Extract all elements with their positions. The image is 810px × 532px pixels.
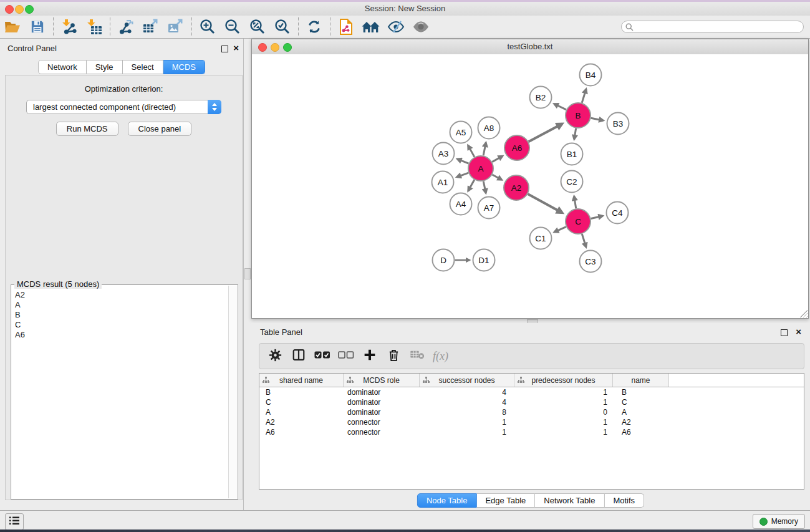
tab-network[interactable]: Network (38, 60, 87, 74)
node-label-B1: B1 (567, 150, 577, 159)
list-item[interactable]: A (12, 300, 228, 310)
edge-A-A1[interactable] (457, 173, 469, 177)
add-column-button[interactable] (358, 345, 382, 367)
table-close-icon[interactable]: × (796, 326, 801, 337)
mcds-result-group: MCDS result (5 nodes) A2ABCA6 (11, 284, 238, 500)
cell-name: A (612, 407, 668, 417)
edge-A-A7[interactable] (483, 181, 486, 193)
column-header-MCDS-role[interactable]: MCDS role (343, 374, 419, 387)
edge-B-B4[interactable] (582, 89, 586, 103)
apply-layout-button[interactable] (302, 17, 327, 37)
optimization-criterion-label: Optimization criterion: (6, 84, 242, 94)
table-tab-motifs[interactable]: Motifs (604, 493, 644, 508)
close-panel-icon[interactable]: × (233, 42, 239, 54)
edge-A-A2[interactable] (492, 175, 501, 180)
cell-successor_nodes: 1 (419, 417, 514, 427)
network-graph[interactable]: B4B2BB3A5A8A6A3AB1A1C2A2A4A7CC4C1DD1C3 (252, 54, 808, 318)
zoom-out-button[interactable] (220, 17, 245, 37)
edge-A2-C[interactable] (528, 194, 562, 213)
edge-B-B1[interactable] (574, 128, 576, 139)
tab-mcds[interactable]: MCDS (163, 60, 205, 74)
export-table-button[interactable] (138, 17, 163, 37)
window-resize-grip[interactable] (800, 310, 808, 317)
edge-A-A5[interactable] (468, 145, 475, 157)
mcds-list-scrollbar[interactable] (228, 286, 237, 498)
cell-name: A6 (612, 427, 668, 437)
column-header-shared-name[interactable]: shared name (259, 374, 343, 387)
edge-A-A4[interactable] (468, 180, 475, 191)
zoom-selected-button[interactable] (270, 17, 295, 37)
table-tab-edge-table[interactable]: Edge Table (476, 493, 535, 508)
table-tab-node-table[interactable]: Node Table (417, 493, 477, 508)
desktop-strip-bottom (0, 530, 810, 532)
split-columns-icon (292, 348, 306, 364)
zoom-fit-button[interactable] (245, 17, 270, 37)
vertical-divider-handle[interactable] (244, 268, 251, 279)
node-label-A3: A3 (438, 149, 449, 158)
list-item[interactable]: B (12, 310, 228, 320)
table-row[interactable]: Bdominator41B (259, 387, 804, 397)
memory-button[interactable]: Memory (753, 514, 805, 529)
import-table-button[interactable] (82, 17, 107, 37)
export-network-button[interactable] (113, 17, 138, 37)
edge-B-B3[interactable] (591, 118, 604, 120)
list-icon (9, 516, 20, 528)
edge-C-C1[interactable] (554, 227, 566, 232)
table-float-icon[interactable] (781, 329, 788, 336)
column-header-successor-nodes[interactable]: successor nodes (419, 374, 514, 387)
zoom-in-button[interactable] (195, 17, 220, 37)
edge-A-A6[interactable] (492, 156, 503, 162)
export-image-button[interactable] (163, 17, 188, 37)
deselect-all-button[interactable] (334, 345, 358, 367)
edge-A-A8[interactable] (483, 143, 486, 156)
toolbar-separator (330, 17, 330, 36)
edge-B-B2[interactable] (554, 104, 566, 109)
close-panel-button[interactable]: Close panel (128, 122, 192, 136)
tab-style[interactable]: Style (87, 60, 123, 74)
list-item[interactable]: A2 (12, 290, 228, 300)
table-tab-network-table[interactable]: Network Table (535, 493, 604, 508)
open-session-button[interactable] (0, 17, 25, 37)
list-item[interactable]: C (12, 320, 228, 330)
run-mcds-button[interactable]: Run MCDS (56, 122, 118, 136)
node-label-C3: C3 (585, 257, 595, 266)
column-header-name[interactable]: name (612, 374, 668, 387)
save-session-button[interactable] (25, 17, 50, 37)
cell-shared_name: A6 (259, 427, 343, 437)
tab-select[interactable]: Select (123, 60, 163, 74)
cell-successor_nodes: 4 (419, 387, 514, 397)
hide-graphics-button[interactable] (383, 17, 408, 37)
status-bar: Memory (0, 510, 810, 530)
command-list-button[interactable] (5, 513, 24, 530)
function-builder-button[interactable]: f(x) (433, 350, 448, 363)
memory-status-icon (759, 518, 768, 526)
table-row[interactable]: A2connector11A2 (259, 417, 804, 427)
optimization-dropdown[interactable]: largest connected component (directed) (26, 100, 221, 114)
edge-C-C3[interactable] (582, 234, 586, 247)
table-row[interactable]: Adominator80A (259, 407, 804, 417)
level-of-detail-button[interactable] (408, 17, 433, 37)
dropdown-value: largest connected component (directed) (33, 100, 176, 114)
table-settings-button[interactable] (263, 345, 287, 367)
show-column-button[interactable] (287, 345, 311, 367)
double-home-button[interactable] (359, 17, 383, 37)
edge-A6-B[interactable] (529, 123, 562, 142)
edge-C-C4[interactable] (591, 216, 602, 218)
search-input[interactable] (621, 21, 804, 33)
clone-network-button[interactable] (334, 17, 359, 37)
table-row[interactable]: Cdominator41C (259, 397, 804, 407)
float-panel-icon[interactable] (221, 46, 228, 52)
list-item[interactable]: A6 (12, 330, 228, 340)
mcds-tab-content: Optimization criterion: largest connecte… (5, 75, 243, 500)
edge-A-A3[interactable] (457, 159, 468, 163)
cell-mcds_role: connector (343, 417, 419, 427)
network-window-titlebar[interactable]: testGlobe.txt (252, 39, 808, 55)
delete-table-button[interactable] (405, 345, 429, 367)
edge-C-C2[interactable] (574, 196, 576, 208)
import-network-button[interactable] (57, 17, 82, 37)
column-header-predecessor-nodes[interactable]: predecessor nodes (514, 374, 612, 387)
zoom-selected-icon (274, 19, 291, 35)
table-row[interactable]: A6connector11A6 (259, 427, 804, 437)
delete-column-button[interactable] (382, 345, 405, 367)
select-all-button[interactable] (311, 345, 334, 367)
